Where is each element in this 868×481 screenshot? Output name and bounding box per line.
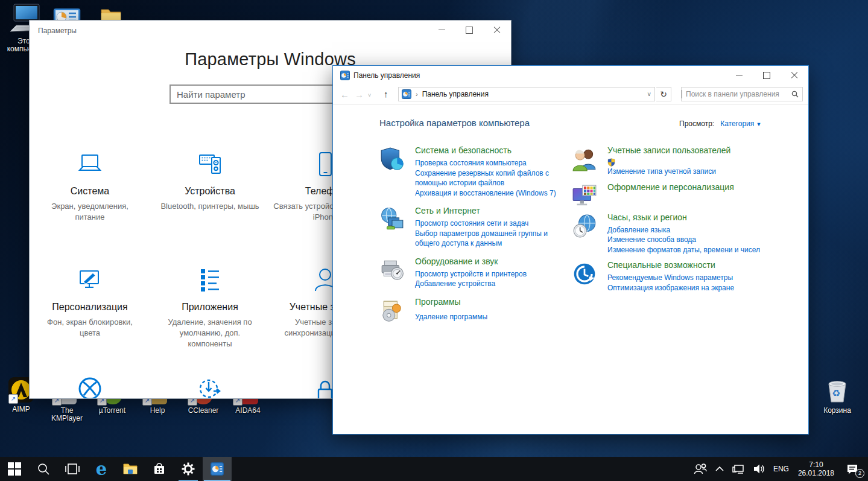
- show-hidden-icons-button[interactable]: [711, 457, 728, 481]
- taskbar-search-button[interactable]: [29, 457, 58, 481]
- network-button[interactable]: [728, 457, 749, 481]
- settings-tile-system[interactable]: Система Экран, уведомления, питание: [33, 147, 147, 223]
- maximize-button[interactable]: [753, 66, 781, 84]
- volume-button[interactable]: [749, 457, 769, 481]
- security-shield-icon[interactable]: [379, 145, 405, 198]
- refresh-button[interactable]: ↻: [656, 87, 671, 101]
- category-task-link[interactable]: Изменение форматов даты, времени и чисел: [607, 245, 760, 255]
- system-laptop-icon: [33, 147, 147, 179]
- category-task-link[interactable]: Добавление устройства: [415, 279, 527, 289]
- date: 26.01.2018: [798, 469, 834, 477]
- minimize-button[interactable]: [725, 66, 753, 84]
- windows-logo-icon: [8, 462, 21, 476]
- desktop-icon-aida64[interactable]: AIDA64: [225, 404, 271, 415]
- search-icon[interactable]: [788, 91, 802, 98]
- category-title-link[interactable]: Система и безопасность: [415, 145, 571, 155]
- programs-box-icon[interactable]: [379, 297, 405, 327]
- breadcrumb-root[interactable]: Панель управления: [422, 90, 489, 98]
- category-title-link[interactable]: Часы, язык и регион: [607, 212, 760, 222]
- forward-icon[interactable]: →: [355, 90, 364, 99]
- settings-tile-gaming[interactable]: [33, 372, 147, 399]
- desktop-icon-utorrent[interactable]: µTorrent: [89, 404, 135, 415]
- task-view-icon: [65, 463, 80, 475]
- category-title-link[interactable]: Сеть и Интернет: [415, 206, 571, 215]
- desktop-icon-ccleaner[interactable]: CCleaner: [180, 404, 226, 415]
- category-ease-of-access: Специальные возможности Рекомендуемые Wi…: [572, 260, 795, 293]
- printer-hardware-icon[interactable]: [379, 256, 405, 289]
- taskbar: e: [0, 457, 868, 481]
- address-dropdown-chevron-icon[interactable]: ˅: [647, 91, 651, 98]
- appearance-monitor-icon[interactable]: [572, 182, 597, 209]
- cp-search-box[interactable]: [681, 87, 803, 101]
- svg-text:♻: ♻: [832, 387, 840, 399]
- settings-tile-personalization[interactable]: Персонализация Фон, экран блокировки, цв…: [33, 263, 147, 339]
- category-task-link[interactable]: Изменение типа учетной записи: [607, 158, 730, 177]
- task-view-button[interactable]: [58, 457, 87, 481]
- category-title-link[interactable]: Оборудование и звук: [415, 256, 527, 266]
- ease-of-access-clock-icon[interactable]: [572, 260, 597, 293]
- close-button[interactable]: [483, 21, 511, 39]
- clock-region-icon[interactable]: [572, 212, 597, 255]
- desktop-icon-recycle-bin[interactable]: ♻ Корзина: [814, 377, 860, 415]
- category-task-link[interactable]: Оптимизация изображения на экране: [607, 283, 734, 293]
- settings-tile-ease-of-access[interactable]: [153, 372, 267, 399]
- view-value: Категория: [720, 119, 754, 128]
- search-icon: [37, 462, 50, 476]
- category-task-link[interactable]: Просмотр устройств и принтеров: [415, 269, 527, 279]
- language-indicator[interactable]: ENG: [769, 457, 793, 481]
- network-globe-icon[interactable]: [379, 206, 405, 249]
- category-task-link[interactable]: Просмотр состояния сети и задач: [415, 218, 571, 229]
- people-button[interactable]: [689, 457, 711, 481]
- up-icon[interactable]: ↑: [384, 89, 388, 98]
- system-tray: ENG 7:10 26.01.2018 2: [689, 457, 868, 481]
- maximize-button[interactable]: [455, 21, 483, 39]
- action-center-button[interactable]: 2: [839, 457, 866, 481]
- file-explorer-button[interactable]: [116, 457, 145, 481]
- category-programs: Программы Удаление программы: [379, 297, 578, 327]
- store-bag-icon: [153, 462, 166, 476]
- settings-tile-apps[interactable]: Приложения Удаление, значения по умолчан…: [153, 263, 267, 349]
- category-title-link[interactable]: Оформление и персонализация: [607, 182, 734, 192]
- desktop-icon-help[interactable]: Help: [135, 404, 180, 415]
- start-button[interactable]: [0, 457, 29, 481]
- cp-search-input[interactable]: [682, 90, 788, 98]
- category-task-link[interactable]: Сохранение резервных копий файлов с помо…: [415, 168, 571, 188]
- category-title-link[interactable]: Учетные записи пользователей: [607, 145, 730, 155]
- desktop-icon-label: CCleaner: [180, 407, 226, 415]
- category-title-link[interactable]: Специальные возможности: [607, 260, 734, 270]
- edge-browser-button[interactable]: e: [87, 457, 116, 481]
- recycle-bin-icon: ♻: [814, 377, 860, 404]
- view-value-link[interactable]: Категория ▼: [720, 119, 761, 128]
- category-task-link[interactable]: Добавление языка: [607, 225, 760, 235]
- refresh-icon: ↻: [660, 89, 667, 99]
- cp-window-title: Панель управления: [353, 71, 420, 80]
- desktop-icon-kmplayer[interactable]: The KMPlayer: [44, 404, 90, 422]
- view-selector: Просмотр: Категория ▼: [679, 119, 762, 128]
- settings-taskbar-button[interactable]: [174, 457, 203, 481]
- control-panel-icon: [340, 71, 350, 80]
- category-task-link[interactable]: Архивация и восстановление (Windows 7): [415, 188, 571, 199]
- category-task-link[interactable]: Рекомендуемые Windows параметры: [607, 273, 734, 283]
- user-accounts-icon[interactable]: [572, 145, 597, 177]
- close-button[interactable]: [781, 66, 808, 84]
- nav-history-chevron-icon[interactable]: ˅: [368, 92, 371, 98]
- tile-title: Устройства: [153, 186, 267, 197]
- category-clock-language-region: Часы, язык и регион Добавление языка Изм…: [572, 212, 795, 255]
- settings-tile-devices[interactable]: Устройства Bluetooth, принтеры, мышь: [153, 147, 267, 212]
- apps-list-icon: [153, 263, 267, 295]
- category-network-internet: Сеть и Интернет Просмотр состояния сети …: [379, 206, 578, 249]
- store-button[interactable]: [145, 457, 174, 481]
- breadcrumb[interactable]: › Панель управления ˅: [398, 87, 655, 101]
- category-title-link[interactable]: Программы: [415, 297, 487, 307]
- minimize-button[interactable]: [428, 21, 455, 39]
- category-task-link[interactable]: Удаление программы: [415, 312, 487, 322]
- tile-subtitle: Bluetooth, принтеры, мышь: [153, 201, 267, 212]
- uac-shield-icon: [607, 158, 730, 167]
- clock[interactable]: 7:10 26.01.2018: [793, 457, 839, 481]
- category-task-link[interactable]: Изменение способа ввода: [607, 235, 760, 245]
- category-task-link[interactable]: Проверка состояния компьютера: [415, 158, 571, 168]
- personalization-icon: [33, 263, 147, 295]
- control-panel-taskbar-button[interactable]: [203, 457, 232, 481]
- back-icon[interactable]: ←: [340, 90, 349, 99]
- category-task-link[interactable]: Выбор параметров домашней группы и общег…: [415, 229, 571, 249]
